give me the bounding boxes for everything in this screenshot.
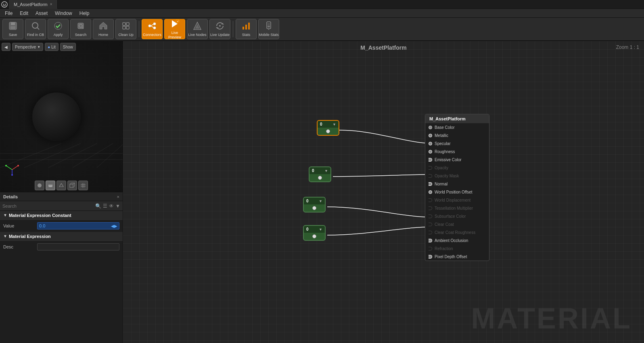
clear-coat-pin[interactable] [429, 223, 432, 226]
material-expression-constant-section-header[interactable]: ▼ Material Expression Constant [0, 211, 123, 220]
viewport-arrow-button[interactable] [56, 181, 66, 190]
menu-window[interactable]: Window [52, 10, 75, 17]
toolbar-home-button[interactable]: Home [93, 19, 114, 39]
subsurface-color-pin[interactable] [429, 215, 432, 218]
svg-rect-4 [10, 26, 15, 29]
opacity-mask-label: Opacity Mask [435, 174, 459, 178]
live-nodes-icon [192, 21, 202, 32]
base-color-pin[interactable] [429, 126, 432, 129]
menu-help[interactable]: Help [76, 10, 93, 17]
refraction-pin[interactable] [429, 247, 432, 250]
clear-coat-roughness-pin[interactable] [429, 231, 432, 234]
base-color-label: Base Color [435, 125, 454, 130]
connectors-icon [147, 21, 157, 32]
pixel-depth-offset-pin[interactable] [429, 255, 432, 259]
details-arrow-button[interactable]: ▼ [115, 203, 120, 209]
perspective-label: Perspective [15, 45, 36, 49]
mobile-stats-label: Mobile Stats [259, 33, 279, 37]
node1-arrow-icon[interactable]: ▼ [332, 122, 336, 126]
normal-pin[interactable] [429, 182, 432, 186]
pin-metallic: Metallic [425, 131, 489, 139]
ambient-occlusion-pin[interactable] [429, 239, 432, 242]
pin-clear-coat-roughness: Clear Coat Roughness [425, 228, 489, 236]
node3-output-pin[interactable] [312, 206, 316, 210]
emissive-color-pin[interactable] [429, 158, 432, 162]
section-title: Material Expression Constant [9, 213, 71, 218]
svg-rect-3 [11, 22, 15, 25]
pin-tessellation-multiplier: Tessellation Multiplier [425, 204, 489, 212]
opacity-label: Opacity [435, 166, 448, 170]
viewport-sphere-button[interactable] [35, 181, 44, 190]
toolbar-mobile-stats-button[interactable]: Mobile Stats [258, 19, 279, 39]
menu-file[interactable]: File [2, 10, 16, 17]
viewport-plane-button[interactable] [46, 181, 55, 190]
metallic-pin[interactable] [429, 134, 432, 137]
node2-output-pin[interactable] [318, 176, 322, 180]
editor-tab[interactable]: M_AssetPlatform × [9, 0, 58, 9]
opacity-pin[interactable] [429, 166, 432, 170]
details-eye-button[interactable]: 👁 [109, 203, 114, 209]
opacity-mask-pin[interactable] [429, 174, 432, 178]
constant-node-1[interactable]: 0 ▼ [317, 120, 339, 136]
viewport-show-button[interactable]: Show [60, 43, 76, 51]
material-node-header: M_AssetPlatform [425, 114, 489, 123]
connectors-label: Connectors [143, 33, 161, 37]
viewport-perspective-button[interactable]: Perspective ▼ [12, 43, 43, 51]
value-property-row: Value 0.0 ◀▶ [0, 221, 123, 230]
toolbar-find-cb-button[interactable]: Find in CB [25, 19, 46, 39]
toolbar-search-button[interactable]: Search [70, 19, 91, 39]
tab-close-button[interactable]: × [50, 2, 52, 6]
toolbar-cleanup-button[interactable]: Clean Up [115, 19, 136, 39]
world-position-offset-pin[interactable] [429, 190, 432, 194]
value-property-arrow-icon: ◀▶ [111, 224, 117, 228]
value-property-field[interactable]: 0.0 ◀▶ [37, 222, 119, 229]
node4-output-pin[interactable] [312, 234, 316, 238]
node1-output-pin[interactable] [326, 129, 330, 133]
material-expression-section-header[interactable]: ▼ Material Expression [0, 232, 123, 241]
specular-pin[interactable] [429, 142, 432, 145]
menu-asset[interactable]: Asset [32, 10, 51, 17]
viewport-lit-button[interactable]: ● Lit [45, 43, 59, 51]
node4-arrow-icon[interactable]: ▼ [319, 227, 322, 231]
viewport-cube-button[interactable] [67, 181, 77, 190]
svg-point-46 [5, 165, 7, 166]
details-list-view-button[interactable]: ☰ [103, 203, 107, 209]
toolbar-stats-button[interactable]: Stats [236, 19, 257, 39]
viewport-back-button[interactable]: ◀ [2, 43, 10, 51]
details-search-input[interactable] [2, 204, 94, 208]
svg-rect-11 [123, 23, 125, 25]
node4-value: 0 [306, 227, 309, 231]
home-label: Home [98, 33, 108, 37]
details-close-button[interactable]: × [117, 194, 119, 199]
toolbar-apply-button[interactable]: Apply [48, 19, 69, 39]
desc-property-field[interactable] [37, 243, 119, 250]
svg-rect-33 [268, 25, 270, 27]
pin-world-displacement: World Displacement [425, 196, 489, 204]
constant-node-3[interactable]: 0 ▼ [303, 197, 326, 213]
search-toolbar-icon [76, 21, 86, 32]
material-editor[interactable]: M_AssetPlatform Zoom 1 : 1 MATERIAL 0 ▼ [123, 41, 644, 343]
svg-point-45 [17, 165, 19, 166]
toolbar-live-preview-button[interactable]: ✓ Live Preview [164, 19, 185, 39]
pin-pixel-depth-offset: Pixel Depth Offset [425, 253, 489, 261]
svg-line-42 [12, 166, 18, 170]
svg-rect-14 [126, 26, 129, 29]
menu-edit[interactable]: Edit [17, 10, 31, 17]
constant-node-2[interactable]: 0 ▼ [309, 166, 331, 182]
tessellation-multiplier-pin[interactable] [429, 206, 432, 210]
svg-rect-29 [245, 25, 247, 29]
toolbar-live-nodes-button[interactable]: Live Nodes [187, 19, 208, 39]
node2-arrow-icon[interactable]: ▼ [324, 169, 328, 173]
node3-arrow-icon[interactable]: ▼ [319, 199, 322, 203]
material-output-node[interactable]: M_AssetPlatform Base Color Metallic Spec… [425, 114, 489, 261]
world-displacement-pin[interactable] [429, 198, 432, 202]
roughness-pin[interactable] [429, 150, 432, 154]
viewport-grid-button[interactable] [78, 181, 88, 190]
svg-line-19 [151, 26, 153, 27]
toolbar-save-button[interactable]: Save [2, 19, 23, 39]
toolbar-connectors-button[interactable]: Connectors [142, 19, 163, 39]
constant-node-4[interactable]: 0 ▼ [303, 225, 326, 241]
svg-point-16 [153, 23, 156, 25]
live-preview-icon: ✓ [170, 19, 180, 30]
toolbar-live-update-button[interactable]: Live Update [209, 19, 230, 39]
